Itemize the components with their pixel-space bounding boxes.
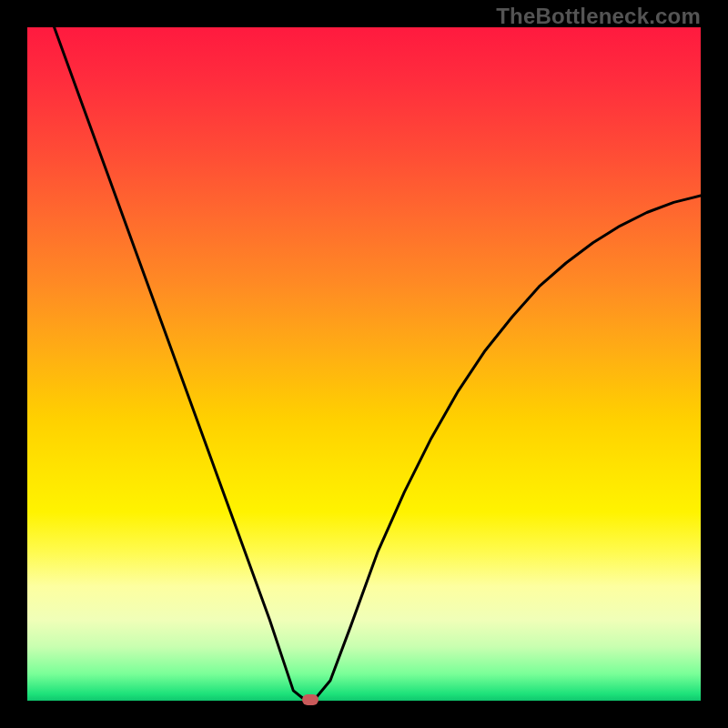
chart-frame: TheBottleneck.com <box>0 0 728 728</box>
watermark-text: TheBottleneck.com <box>496 4 701 29</box>
plot-area <box>27 27 701 701</box>
minimum-marker <box>302 694 318 705</box>
bottleneck-curve-path <box>55 27 701 700</box>
curve-svg <box>27 27 701 701</box>
